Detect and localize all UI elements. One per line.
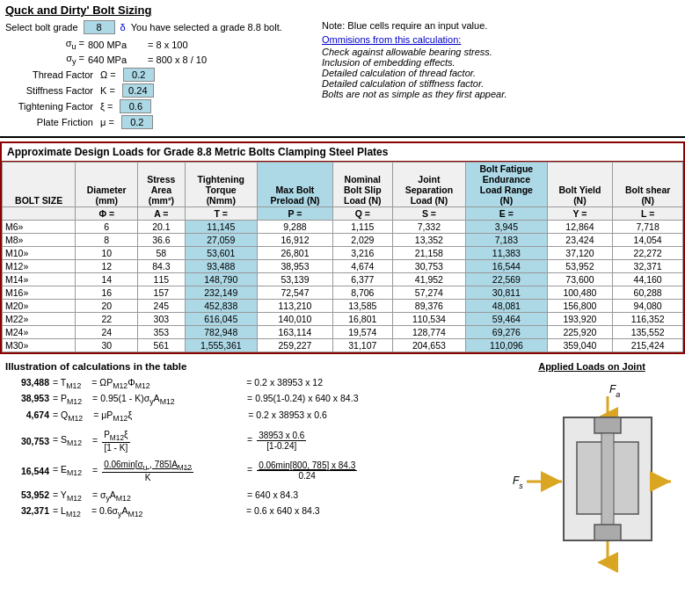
stiffness-input[interactable]: 0.24 xyxy=(122,83,154,98)
data-cell: 7,718 xyxy=(613,221,683,234)
data-cell: 8 xyxy=(76,234,138,247)
omission-2: Inclusion of embedding effects. xyxy=(322,57,680,68)
data-cell: 116,352 xyxy=(613,313,683,326)
data-cell: 12,864 xyxy=(547,221,613,234)
calc-formula-2: = 0.95(1 - K)σyAM12 xyxy=(85,393,244,406)
bolt-size-cell[interactable]: M24» xyxy=(3,326,76,339)
data-cell: 13,585 xyxy=(332,300,392,313)
table-row[interactable]: M22»22303616,045140,01016,801110,53459,4… xyxy=(3,313,683,326)
table-row[interactable]: M24»24353782,948163,11419,574128,77469,2… xyxy=(3,326,683,339)
table-row[interactable]: M8»836.627,05916,9122,02913,3527,18323,4… xyxy=(3,234,683,247)
left-parameters: Select bolt grade 8 δ You have selected … xyxy=(5,20,304,131)
calc-num-3: 4,674 xyxy=(5,409,49,420)
data-cell: 359,040 xyxy=(547,339,613,352)
calc-eq-2: = PM12 xyxy=(53,393,82,406)
table-title: Approximate Design Loads for Grade 8.8 M… xyxy=(2,143,683,162)
table-row[interactable]: M12»1284.393,48838,9534,67430,75316,5445… xyxy=(3,260,683,273)
friction-label: Plate Friction xyxy=(5,117,93,127)
bolt-size-cell[interactable]: M6» xyxy=(3,221,76,234)
calc-result-6: = 640 x 84.3 xyxy=(247,489,298,500)
table-row[interactable]: M20»20245452,838113,21013,58589,37648,08… xyxy=(3,300,683,313)
bolt-size-cell[interactable]: M22» xyxy=(3,313,76,326)
calc-num-2: 38,953 xyxy=(5,393,49,403)
tightening-label: Tightening Factor xyxy=(5,101,93,112)
bolt-diagram-svg: Fa Fs xyxy=(511,380,674,574)
calc-formula-7: = 0.6σyAM12 xyxy=(84,505,243,518)
table-row[interactable]: M30»305611,555,361259,22731,107204,65311… xyxy=(3,339,683,352)
sigma-y-label: σy = xyxy=(5,53,84,66)
friction-input[interactable]: 0.2 xyxy=(121,115,153,129)
data-cell: 11,145 xyxy=(185,221,257,234)
calc-num-7: 32,371 xyxy=(5,505,49,516)
stiffness-factor-row: Stiffness Factor K = 0.24 xyxy=(5,83,304,98)
grade-input[interactable]: 8 xyxy=(84,20,115,34)
data-cell: 259,227 xyxy=(258,339,333,352)
bolt-size-cell[interactable]: M8» xyxy=(3,234,76,247)
data-cell: 72,547 xyxy=(258,286,333,300)
subh-preload: P = xyxy=(258,207,333,221)
sigma-u-row: σu = 800 MPa = 8 x 100 xyxy=(5,38,304,51)
data-cell: 163,114 xyxy=(258,326,333,339)
data-cell: 782,948 xyxy=(185,326,257,339)
bolt-size-cell[interactable]: M16» xyxy=(3,286,76,300)
omission-5: Bolts are not as simple as they first ap… xyxy=(322,89,680,99)
data-cell: 157 xyxy=(138,286,185,300)
table-header-row: BOLT SIZE Diameter(mm) StressArea(mm²) T… xyxy=(3,163,683,207)
table-row[interactable]: M10»105853,60126,8013,21621,15811,38337,… xyxy=(3,247,683,260)
data-cell: 84.3 xyxy=(138,260,185,273)
data-cell: 156,800 xyxy=(547,300,613,313)
col-joint-separation: JointSeparationLoad (N) xyxy=(392,163,466,207)
data-cell: 53,601 xyxy=(185,247,257,260)
data-cell: 38,953 xyxy=(258,260,333,273)
data-cell: 22,569 xyxy=(466,273,547,286)
subh-endurance: E = xyxy=(466,207,547,221)
bolt-size-cell[interactable]: M10» xyxy=(3,247,76,260)
bolt-size-cell[interactable]: M12» xyxy=(3,260,76,273)
omissions-label: Ommisions from this calculation: xyxy=(322,34,680,45)
fa-label-top: Fa xyxy=(609,383,620,399)
data-cell: 215,424 xyxy=(613,339,683,352)
col-max-bolt-preload: Max BoltPreload (N) xyxy=(258,163,333,207)
calc-formula-5: = 0.06min[σu , 785]AM12K xyxy=(85,460,244,482)
bolt-size-cell[interactable]: M14» xyxy=(3,273,76,286)
frac-result-4: 38953 x 0.6[1-0.24] xyxy=(257,431,306,451)
data-cell: 58 xyxy=(138,247,185,260)
calc-row-6: 53,952 = YM12 = σyAM12 = 640 x 84.3 xyxy=(5,489,504,503)
calc-eq-6: = YM12 xyxy=(53,489,82,503)
data-cell: 110,534 xyxy=(392,313,466,326)
sigma-u-label: σu = xyxy=(5,38,84,51)
data-cell: 3,945 xyxy=(466,221,547,234)
calc-row-5: 16,544 = EM12 = 0.06min[σu , 785]AM12K =… xyxy=(5,460,504,482)
grade-delta-icon: δ xyxy=(120,22,126,33)
table-row[interactable]: M6»620.111,1459,2881,1157,3323,94512,864… xyxy=(3,221,683,234)
subh-torque: T = xyxy=(185,207,257,221)
bolt-size-cell[interactable]: M30» xyxy=(3,339,76,352)
data-cell: 73,600 xyxy=(547,273,613,286)
tightening-input[interactable]: 0.6 xyxy=(120,99,151,113)
data-cell: 193,920 xyxy=(547,313,613,326)
table-row[interactable]: M14»14115148,79053,1396,37741,95222,5697… xyxy=(3,273,683,286)
tightening-sym: ξ = xyxy=(100,101,113,112)
col-stress-area: StressArea(mm²) xyxy=(138,163,185,207)
calc-left: Illustration of calculations in the tabl… xyxy=(5,361,504,576)
data-cell: 30,811 xyxy=(466,286,547,300)
subh-sep: S = xyxy=(392,207,466,221)
data-cell: 16,912 xyxy=(258,234,333,247)
data-cell: 44,160 xyxy=(613,273,683,286)
omission-1: Check against allowable bearing stress. xyxy=(322,47,680,57)
table-subheader-row: Φ = A = T = P = Q = S = E = Y = L = xyxy=(3,207,683,221)
page-title: Quck and Dirty' Bolt Sizing xyxy=(5,4,680,17)
data-cell: 20.1 xyxy=(138,221,185,234)
data-cell: 53,952 xyxy=(547,260,613,273)
fs-label-left: Fs xyxy=(513,475,523,490)
thread-factor-row: Thread Factor Ω = 0.2 xyxy=(5,68,304,82)
data-cell: 32,371 xyxy=(613,260,683,273)
applied-loads-title: Applied Loads on Joint xyxy=(538,361,645,372)
table-row[interactable]: M16»16157232,14972,5478,70657,27430,8111… xyxy=(3,286,683,300)
thread-input[interactable]: 0.2 xyxy=(123,68,155,82)
calc-result-5: = 0.06min[800, 785] x 84.30.24 xyxy=(247,460,359,481)
data-cell: 115 xyxy=(138,273,185,286)
bolt-size-cell[interactable]: M20» xyxy=(3,300,76,313)
data-cell: 7,183 xyxy=(466,234,547,247)
bolt-table: BOLT SIZE Diameter(mm) StressArea(mm²) T… xyxy=(2,162,683,352)
